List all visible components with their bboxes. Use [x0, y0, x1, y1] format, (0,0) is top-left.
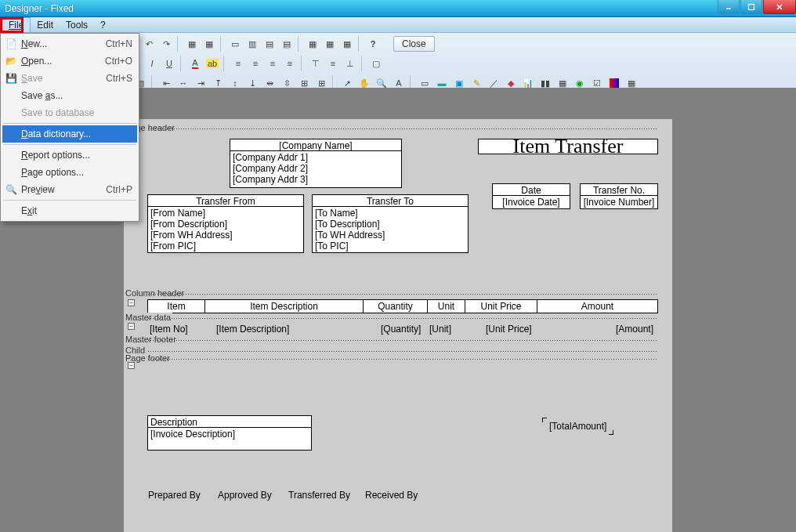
field-item-no[interactable]: [Item No]	[150, 324, 188, 335]
menu-page-options[interactable]: Page options...	[2, 164, 137, 181]
sig-received[interactable]: Received By	[365, 490, 428, 501]
window-close-button[interactable]	[763, 0, 796, 14]
save-icon: 💾	[5, 72, 17, 85]
grid-icon[interactable]: ▦	[305, 36, 320, 52]
select-all-icon[interactable]: ▭	[227, 36, 243, 52]
report-title[interactable]: Item Transfer	[478, 139, 658, 154]
addr1: [Company Addr 1]	[233, 152, 399, 163]
align-right-icon[interactable]: ≡	[265, 56, 280, 71]
font-color-icon[interactable]: A	[187, 56, 203, 71]
file-menu-dropdown: 📄 New... Ctrl+N 📂 Open...Ctrl+O 💾 SaveCt…	[0, 33, 139, 222]
snap-icon[interactable]: ▦	[322, 36, 338, 52]
valign-mid-icon[interactable]: ≡	[325, 56, 341, 71]
transferno-field[interactable]: [Invoice Number]	[580, 195, 658, 209]
send-back-icon[interactable]: ▦	[201, 36, 217, 52]
underline-icon[interactable]: U	[161, 56, 177, 71]
band-toggle[interactable]: −	[128, 323, 135, 330]
field-unit[interactable]: [Unit]	[429, 324, 451, 335]
field-qty[interactable]: [Quantity]	[381, 324, 421, 335]
align-left-icon[interactable]: ≡	[230, 56, 246, 71]
menu-tools[interactable]: Tools	[60, 17, 94, 32]
description-field[interactable]: [Invoice Description]	[147, 427, 312, 451]
window-minimize-button[interactable]	[718, 0, 740, 14]
menu-data-dictionary[interactable]: Data dictionary...	[2, 125, 137, 143]
band-toggle[interactable]: −	[128, 299, 135, 306]
band-dotline	[147, 317, 658, 320]
menu-separator	[3, 123, 136, 124]
menu-help[interactable]: ?	[94, 17, 112, 32]
columns-header-row[interactable]: Item Item Description Quantity Unit Unit…	[147, 299, 658, 313]
band-dotline	[147, 128, 658, 131]
report-page[interactable]: Page header − [Company Name] [Company Ad…	[124, 119, 672, 532]
band-dotline	[147, 293, 658, 296]
menu-separator	[3, 200, 136, 201]
window-maximize-button[interactable]	[740, 0, 762, 14]
bring-front-icon[interactable]: ▦	[184, 36, 200, 52]
page-setup-icon[interactable]: ▥	[244, 36, 260, 52]
menu-new[interactable]: 📄 New... Ctrl+N	[2, 35, 137, 52]
menu-exit[interactable]: Exit	[2, 202, 137, 219]
addr2: [Company Addr 2]	[233, 163, 399, 174]
menubar: File Edit Tools ?	[0, 17, 796, 33]
whats-this-icon[interactable]: ?	[365, 36, 381, 52]
band-dotline	[147, 358, 658, 361]
menu-preview[interactable]: 🔍 PreviewCtrl+P	[2, 181, 137, 198]
menu-separator	[3, 144, 136, 145]
menu-save-as[interactable]: Save as...	[2, 87, 137, 104]
svg-rect-1	[749, 4, 754, 9]
undo-icon[interactable]: ↶	[141, 36, 157, 52]
company-addr-field[interactable]: [Company Addr 1] [Company Addr 2] [Compa…	[230, 150, 402, 188]
menu-report-options[interactable]: Report options...	[2, 147, 137, 164]
sig-prepared[interactable]: Prepared By	[148, 490, 211, 501]
page-del-icon[interactable]: ▤	[279, 36, 295, 52]
preview-icon: 🔍	[5, 183, 17, 196]
menu-save-db[interactable]: Save to database	[2, 104, 137, 121]
menu-edit[interactable]: Edit	[31, 17, 60, 32]
menu-save[interactable]: 💾 SaveCtrl+S	[2, 70, 137, 87]
align-center-icon[interactable]: ≡	[248, 56, 263, 71]
date-field[interactable]: [Invoice Date]	[492, 195, 570, 209]
band-dotline	[147, 339, 658, 342]
new-doc-icon: 📄	[5, 38, 17, 50]
page-add-icon[interactable]: ▤	[262, 36, 277, 52]
redo-icon[interactable]: ↷	[158, 36, 174, 52]
sig-transferred[interactable]: Transferred By	[288, 490, 359, 501]
menu-file[interactable]: File	[2, 17, 31, 32]
frame-icon[interactable]: ▢	[368, 56, 384, 71]
valign-top-icon[interactable]: ⊤	[308, 56, 324, 71]
transfer-from-fields[interactable]: [From Name] [From Description] [From WH …	[147, 206, 304, 253]
band-dotline	[147, 350, 658, 353]
field-item-desc[interactable]: [Item Description]	[216, 324, 289, 335]
close-button[interactable]: Close	[393, 36, 435, 52]
field-unit-price[interactable]: [Unit Price]	[486, 324, 532, 335]
align-justify-icon[interactable]: ≡	[282, 56, 298, 71]
valign-bot-icon[interactable]: ⊥	[342, 56, 358, 71]
menu-open[interactable]: 📂 Open...Ctrl+O	[2, 52, 137, 70]
transfer-to-fields[interactable]: [To Name] [To Description] [To WH Addres…	[312, 206, 469, 253]
fit-grid-icon[interactable]: ▦	[339, 36, 355, 52]
band-toggle[interactable]: −	[128, 362, 135, 369]
sig-approved[interactable]: Approved By	[218, 490, 280, 501]
window-titlebar: Designer - Fixed	[0, 0, 796, 17]
total-amount-field[interactable]: [TotalAmount]	[543, 418, 613, 434]
open-folder-icon: 📂	[5, 55, 17, 67]
italic-icon[interactable]: I	[144, 56, 160, 71]
field-amount[interactable]: [Amount]	[616, 324, 653, 335]
window-title: Designer - Fixed	[5, 3, 74, 14]
addr3: [Company Addr 3]	[233, 174, 399, 185]
highlight-icon[interactable]: ab	[204, 56, 220, 71]
